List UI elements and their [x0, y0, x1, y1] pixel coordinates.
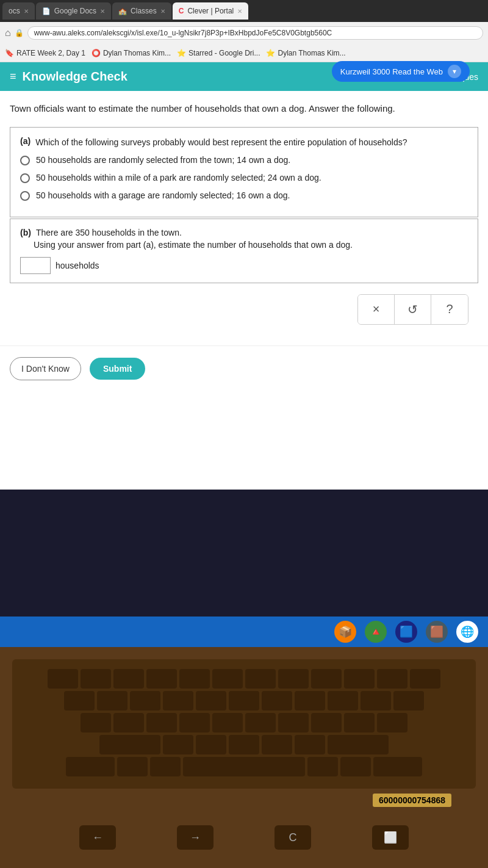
tab-google-docs[interactable]: 📄 Google Docs ✕ — [36, 2, 111, 20]
key[interactable] — [212, 713, 243, 732]
taskbar-icon-slides[interactable]: 🟫 — [426, 621, 448, 643]
kurzweil-chevron-icon[interactable]: ▾ — [448, 65, 461, 78]
key[interactable] — [150, 757, 181, 776]
key[interactable] — [146, 713, 177, 732]
key[interactable] — [163, 691, 193, 711]
tab-clever-close[interactable]: ✕ — [237, 8, 242, 15]
tab-classes[interactable]: 🏫 Classes ✕ — [112, 2, 171, 20]
key[interactable] — [295, 735, 325, 754]
bookmark-dylan-1[interactable]: ⭕ Dylan Thomas Kim... — [92, 49, 171, 57]
key[interactable] — [344, 713, 375, 732]
key[interactable] — [262, 691, 292, 711]
undo-icon: ↺ — [407, 302, 418, 317]
radio-option-1-label: 50 households are randomly selected from… — [36, 155, 290, 165]
bookmark-rate[interactable]: 🔖 RATE Week 2, Day 1 — [5, 49, 85, 57]
answer-input[interactable] — [20, 257, 51, 274]
refresh-icon: C — [289, 831, 297, 844]
dont-know-button[interactable]: I Don't Know — [10, 357, 81, 380]
key[interactable] — [48, 669, 78, 689]
back-arrow-icon: ← — [92, 831, 103, 844]
key[interactable] — [196, 735, 226, 754]
key[interactable] — [64, 691, 95, 711]
help-button[interactable]: ? — [431, 295, 468, 324]
clear-button[interactable]: × — [358, 295, 395, 324]
taskbar-icon-chrome[interactable]: 🌐 — [456, 621, 478, 643]
key[interactable] — [361, 691, 391, 711]
key[interactable] — [179, 713, 210, 732]
address-bar: ⌂ 🔒 www-awu.aleks.com/alekscgi/x/isl.exe… — [0, 22, 488, 44]
key[interactable] — [163, 735, 193, 754]
key[interactable] — [340, 757, 371, 776]
key[interactable] — [393, 691, 424, 711]
key[interactable] — [307, 757, 338, 776]
tab-google-docs-close[interactable]: ✕ — [100, 8, 105, 15]
bookmark-starred[interactable]: ⭐ Starred - Google Dri... — [177, 49, 260, 57]
key[interactable] — [229, 735, 259, 754]
key[interactable] — [377, 713, 407, 732]
back-arrow[interactable]: ← — [79, 825, 116, 850]
key[interactable] — [113, 669, 144, 689]
key[interactable] — [295, 691, 325, 711]
key[interactable] — [410, 669, 440, 689]
part-a-label: (a) — [20, 136, 30, 149]
clever-icon: C — [179, 7, 184, 15]
tab-classes-close[interactable]: ✕ — [160, 8, 165, 15]
forward-arrow[interactable]: → — [177, 825, 214, 850]
key-ctrl-r[interactable] — [373, 757, 422, 776]
tab-ocs-close[interactable]: ✕ — [24, 8, 29, 15]
key[interactable] — [245, 713, 276, 732]
submit-button[interactable]: Submit — [90, 358, 145, 380]
part-b-line1: There are 350 households in the town. — [36, 228, 182, 237]
window-button[interactable]: ⬜ — [372, 825, 409, 850]
key[interactable] — [344, 669, 375, 689]
key[interactable] — [278, 713, 309, 732]
tab-ocs[interactable]: ocs ✕ — [2, 2, 35, 20]
bookmark-starred-label: Starred - Google Dri... — [188, 49, 260, 57]
laptop-bottom: 60000000754868 ← → C ⬜ — [0, 647, 488, 868]
nav-arrows: ← → C ⬜ — [0, 825, 488, 850]
taskbar-icon-meet[interactable]: 🔺 — [365, 621, 387, 643]
serial-number: 60000000754868 — [373, 794, 451, 807]
tab-clever[interactable]: C Clever | Portal ✕ — [173, 2, 248, 20]
hamburger-icon[interactable]: ≡ — [10, 70, 16, 83]
key[interactable] — [262, 735, 292, 754]
key[interactable] — [130, 691, 160, 711]
url-bar[interactable]: www-awu.aleks.com/alekscgi/x/isl.exe/1o_… — [27, 26, 483, 40]
key[interactable] — [278, 669, 309, 689]
taskbar-icon-classroom[interactable]: 🟦 — [395, 621, 417, 643]
radio-option-2[interactable]: 50 households within a mile of a park ar… — [20, 173, 468, 183]
keyboard-row-2 — [22, 691, 466, 711]
key[interactable] — [81, 669, 111, 689]
bookmark-dylan-2[interactable]: ⭐ Dylan Thomas Kim... — [266, 49, 345, 57]
key[interactable] — [212, 669, 243, 689]
kurzweil-bar[interactable]: Kurzweil 3000 Read the Web ▾ — [332, 61, 470, 82]
key-space[interactable] — [183, 757, 305, 776]
home-icon[interactable]: ⌂ — [5, 27, 11, 38]
undo-button[interactable]: ↺ — [395, 295, 431, 324]
refresh-button[interactable]: C — [274, 825, 311, 850]
taskbar-icon-drive[interactable]: 📦 — [334, 621, 356, 643]
google-docs-icon: 📄 — [42, 7, 51, 15]
tab-clever-label: Clever | Portal — [187, 7, 234, 15]
key[interactable] — [179, 669, 210, 689]
key-ctrl[interactable] — [66, 757, 115, 776]
key-shift-r[interactable] — [328, 735, 389, 754]
key[interactable] — [97, 691, 127, 711]
key[interactable] — [311, 713, 342, 732]
key[interactable] — [146, 669, 177, 689]
key-shift[interactable] — [99, 735, 160, 754]
key[interactable] — [377, 669, 407, 689]
key[interactable] — [113, 713, 144, 732]
radio-option-1[interactable]: 50 households are randomly selected from… — [20, 155, 468, 165]
key[interactable] — [117, 757, 148, 776]
key[interactable] — [328, 691, 358, 711]
key[interactable] — [196, 691, 226, 711]
key[interactable] — [229, 691, 259, 711]
question-area: Town officials want to estimate the numb… — [0, 91, 488, 345]
key[interactable] — [245, 669, 276, 689]
radio-option-3[interactable]: 50 households with a garage are randomly… — [20, 190, 468, 201]
key[interactable] — [311, 669, 342, 689]
action-box: × ↺ ? — [357, 294, 468, 325]
lock-icon: 🔒 — [15, 29, 24, 37]
key[interactable] — [81, 713, 111, 732]
